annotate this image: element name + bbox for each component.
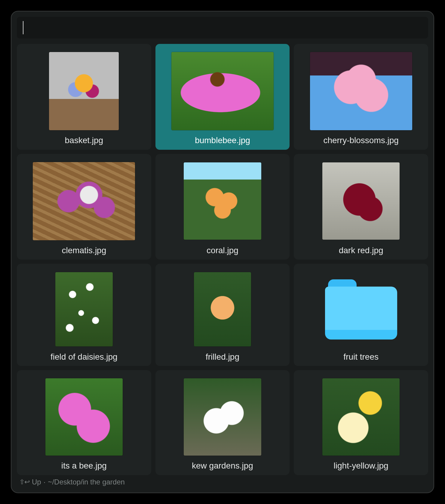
grid-item[interactable]: coral.jpg bbox=[155, 154, 290, 260]
grid-item[interactable]: fruit trees bbox=[294, 264, 428, 366]
grid-item[interactable]: cherry-blossoms.jpg bbox=[294, 44, 428, 150]
file-grid: basket.jpg bumblebee.jpg cherry-blossoms… bbox=[17, 44, 428, 475]
thumbnail bbox=[160, 269, 285, 352]
file-label: light-yellow.jpg bbox=[299, 461, 423, 471]
current-path: ~/Desktop/in the garden bbox=[48, 478, 125, 486]
grid-item[interactable]: light-yellow.jpg bbox=[294, 370, 428, 475]
folder-icon bbox=[325, 279, 397, 340]
file-label: fruit trees bbox=[299, 352, 423, 362]
thumbnail bbox=[299, 159, 423, 245]
file-label: field of daisies.jpg bbox=[22, 352, 146, 362]
grid-item[interactable]: its a bee.jpg bbox=[17, 370, 151, 475]
grid-item[interactable]: clematis.jpg bbox=[17, 154, 151, 260]
grid-item[interactable]: field of daisies.jpg bbox=[17, 264, 151, 366]
file-picker-window: basket.jpg bumblebee.jpg cherry-blossoms… bbox=[11, 11, 434, 493]
thumbnail bbox=[22, 269, 146, 352]
file-label: basket.jpg bbox=[22, 135, 146, 146]
thumbnail bbox=[160, 159, 285, 245]
search-bar[interactable] bbox=[17, 17, 428, 38]
file-label: its a bee.jpg bbox=[22, 461, 146, 471]
thumbnail bbox=[299, 375, 423, 461]
file-label: bumblebee.jpg bbox=[160, 135, 285, 146]
thumbnail bbox=[299, 49, 423, 135]
thumbnail bbox=[299, 269, 423, 352]
shortcut-glyph: ⇧↩ bbox=[19, 479, 29, 485]
up-action-label[interactable]: Up bbox=[32, 478, 41, 486]
thumbnail bbox=[22, 49, 146, 135]
file-label: clematis.jpg bbox=[22, 245, 146, 256]
file-label: frilled.jpg bbox=[160, 352, 285, 362]
grid-item[interactable]: frilled.jpg bbox=[155, 264, 290, 366]
grid-item[interactable]: kew gardens.jpg bbox=[155, 370, 290, 475]
status-bar: ⇧↩ Up · ~/Desktop/in the garden bbox=[17, 475, 428, 487]
separator: · bbox=[44, 478, 46, 486]
grid-item[interactable]: dark red.jpg bbox=[294, 154, 428, 260]
thumbnail bbox=[160, 49, 285, 135]
file-label: cherry-blossoms.jpg bbox=[299, 135, 423, 146]
search-input[interactable] bbox=[23, 17, 422, 38]
thumbnail bbox=[22, 159, 146, 245]
thumbnail bbox=[22, 375, 146, 461]
file-label: dark red.jpg bbox=[299, 245, 423, 256]
file-label: kew gardens.jpg bbox=[160, 461, 285, 471]
grid-item[interactable]: basket.jpg bbox=[17, 44, 151, 150]
file-label: coral.jpg bbox=[160, 245, 285, 256]
grid-item[interactable]: bumblebee.jpg bbox=[155, 44, 290, 150]
thumbnail bbox=[160, 375, 285, 461]
